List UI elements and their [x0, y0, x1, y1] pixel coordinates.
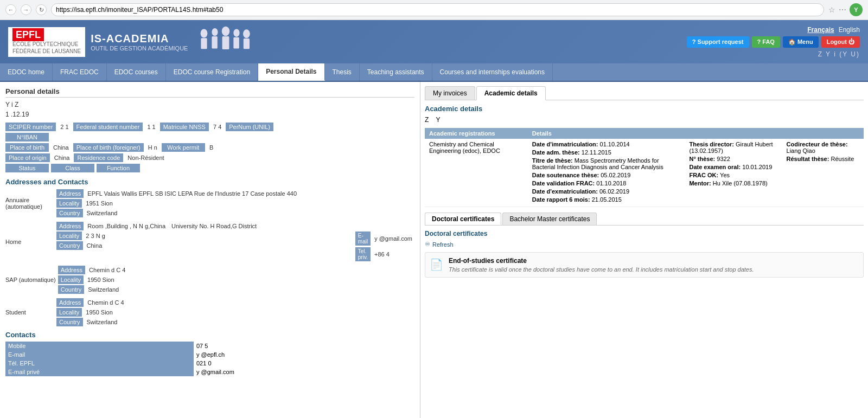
date-adm-these: Date adm. thèse: 12.11.2015: [532, 149, 681, 156]
address-student: Student Address Chemin d C 4 Locality 19…: [5, 298, 414, 326]
home-locality-value: 2 3 N g: [84, 231, 107, 240]
date-exmatriculation: Date d'exmatriculation: 06.02.2019: [532, 188, 681, 195]
tel-priv-button[interactable]: Tel.priv.: [355, 247, 371, 261]
student-locality-label: Locality: [56, 308, 82, 317]
status-row: Status Class Function: [5, 164, 414, 172]
tab-frac-edoc[interactable]: FRAC EDOC: [53, 63, 107, 81]
cert-title: End-of-studies certificate: [449, 257, 754, 265]
right-panel: My invoices Academic details Academic de…: [420, 82, 868, 418]
svg-rect-1: [201, 38, 207, 49]
menu-button[interactable]: 🏠 Menu: [783, 36, 819, 48]
iban-row: N°IBAN: [5, 133, 414, 142]
tab-teaching-assistants[interactable]: Teaching assistants: [360, 63, 432, 81]
contact-mobile: Mobile 07 5: [5, 342, 414, 350]
logout-button[interactable]: Logout ⏻: [821, 36, 860, 48]
tab-edoc-courses[interactable]: EDOC courses: [107, 63, 166, 81]
sub-tabs: My invoices Academic details: [425, 86, 864, 100]
sap-locality-value: 1950 Sion: [85, 275, 117, 284]
home-address-line: Address Room ,Building , N N g,China Uni…: [56, 222, 414, 230]
residence-value: Non-Résident: [125, 153, 166, 162]
epfl-text: EPFL: [12, 28, 44, 41]
academic-table-row: Chemistry and Chemical Engineering (edoc…: [425, 139, 864, 207]
forward-button[interactable]: →: [21, 4, 31, 15]
faq-button[interactable]: ? FAQ: [752, 36, 780, 48]
cert-description: This certificate is valid once the docto…: [449, 266, 754, 273]
home-email-value: y @gmail.com: [372, 234, 414, 243]
date-rapport: Date rapport 6 mois: 21.05.2015: [532, 196, 681, 203]
address-annuaire: Annuaire(automatique) Address EPFL Valai…: [5, 189, 414, 217]
place-birth-label: Place of birth: [5, 143, 49, 152]
tab-personal-details[interactable]: Personal Details: [258, 63, 324, 81]
tel-epfl-label: Tél. EPFL: [5, 359, 194, 368]
left-panel: Personal details Y i Z 1 .12.19 SCIPER n…: [0, 82, 420, 418]
tab-courses-evaluations[interactable]: Courses and internships evaluations: [432, 63, 553, 81]
resultat: Résultat thèse: Réussite: [787, 156, 859, 162]
home-country-line: Country China: [56, 241, 350, 250]
svg-rect-7: [234, 37, 239, 48]
student-name-line2: 1 .12.19: [5, 111, 414, 118]
annuaire-address-line: Address EPFL Valais Wallis EPFL SB ISIC …: [56, 189, 414, 198]
student-name-line1: Y i Z: [5, 101, 414, 108]
url-bar[interactable]: [51, 3, 824, 16]
student-address-value: Chemin d C 4: [85, 298, 126, 307]
svg-point-2: [212, 28, 218, 35]
details-cell-3: Codirecteur de thèse: Liang Qiao Résulta…: [782, 139, 864, 207]
contacts-table: Mobile 07 5 E-mail y @epfl.ch Tél. EPFL …: [5, 342, 414, 376]
svg-point-4: [222, 26, 229, 36]
sap-country-value: Switzerland: [86, 285, 121, 294]
addresses-title: Addresses and Contacts: [5, 178, 414, 186]
annuaire-row: Annuaire(automatique) Address EPFL Valai…: [5, 189, 414, 217]
reload-button[interactable]: ↻: [36, 4, 47, 15]
lang-english[interactable]: English: [839, 26, 860, 34]
back-button[interactable]: ←: [5, 4, 16, 15]
refresh-button[interactable]: ♾ Refresh: [425, 241, 454, 248]
support-button[interactable]: ? Support request: [687, 36, 749, 48]
lang-french[interactable]: Français: [807, 26, 834, 34]
annuaire-fields: Address EPFL Valais Wallis EPFL SB ISIC …: [56, 189, 414, 217]
email-prive-value: y @gmail.com: [194, 368, 414, 376]
home-address-value: Room ,Building , N N g,China: [85, 222, 168, 230]
tab-edoc-home[interactable]: EDOC home: [0, 63, 53, 81]
annuaire-locality-line: Locality 1951 Sion: [56, 199, 414, 208]
tab-my-invoices[interactable]: My invoices: [425, 86, 475, 100]
status-label: Status: [5, 164, 49, 172]
cert-content: End-of-studies certificate This certific…: [449, 257, 754, 273]
residence-label: Residence code: [74, 153, 123, 162]
home-tel-value: +86 4: [372, 250, 392, 259]
student-addr-name: Student: [5, 309, 54, 316]
mentor: Mentor: Hu Xile (07.08.1978): [689, 180, 777, 187]
origin-row: Place of origin China Residence code Non…: [5, 153, 414, 162]
sap-address-line: Address Chemin d C 4: [58, 266, 414, 274]
epfl-logo: EPFL ÉCOLE POLYTECHNIQUE FÉDÉRALE DE LAU…: [12, 29, 81, 55]
header-right: Français English ? Support request ? FAQ…: [687, 26, 860, 58]
tel-epfl-value: 021 0: [194, 359, 414, 368]
tab-doctoral-certificates[interactable]: Doctoral certificates: [425, 213, 501, 225]
sap-locality-line: Locality 1950 Sion: [58, 275, 414, 284]
browser-bar: ← → ↻ ☆ ⋯ Y: [0, 0, 868, 20]
tab-bachelor-master-certificates[interactable]: Bachelor Master certificates: [502, 213, 597, 225]
annuaire-locality-value: 1951 Sion: [84, 199, 115, 208]
iban-label: N°IBAN: [5, 133, 49, 142]
annuaire-locality-label: Locality: [56, 199, 82, 208]
app-subtitle: OUTIL DE GESTION ACADÉMIQUE: [91, 45, 188, 52]
home-row: Home Address Room ,Building , N N g,Chin…: [5, 222, 414, 261]
svg-point-8: [243, 29, 250, 38]
tab-academic-details[interactable]: Academic details: [476, 86, 546, 100]
address-home: Home Address Room ,Building , N N g,Chin…: [5, 222, 414, 261]
language-bar[interactable]: Français English: [807, 26, 860, 34]
refresh-icon: ♾: [425, 241, 430, 248]
tab-edoc-course-registration[interactable]: EDOC course Registration: [166, 63, 258, 81]
place-origin-value: China: [52, 153, 72, 162]
academic-table: Academic registrations Details Chemistry…: [425, 128, 864, 207]
mobile-value: 07 5: [194, 342, 414, 350]
sap-locality-label: Locality: [58, 275, 84, 284]
work-permit-value: B: [207, 143, 215, 152]
header-title-block: IS-ACADEMIA OUTIL DE GESTION ACADÉMIQUE: [91, 33, 188, 52]
titre-these: Titre de thèse: Mass Spectrometry Method…: [532, 157, 681, 170]
email-button[interactable]: E-mail: [355, 231, 371, 246]
student-locality-value: 1950 Sion: [84, 308, 115, 317]
address-sap: SAP (automatique) Address Chemin d C 4 L…: [5, 266, 414, 294]
academic-details-title: Academic details: [425, 105, 864, 113]
svg-rect-9: [244, 38, 250, 49]
tab-thesis[interactable]: Thesis: [325, 63, 360, 81]
